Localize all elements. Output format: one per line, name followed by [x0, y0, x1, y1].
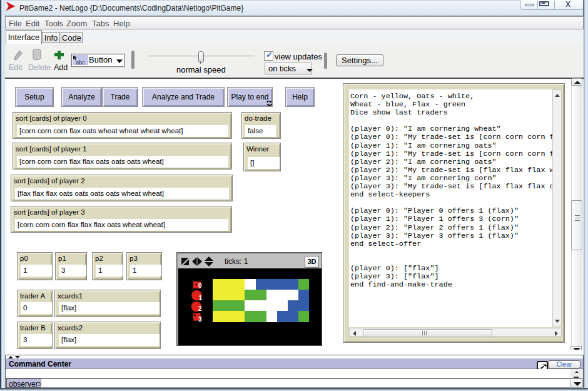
svg-text:0: 0 [198, 282, 202, 289]
svg-text:2: 2 [198, 305, 202, 312]
svg-text:3: 3 [198, 316, 202, 323]
svg-text:1: 1 [199, 295, 203, 302]
